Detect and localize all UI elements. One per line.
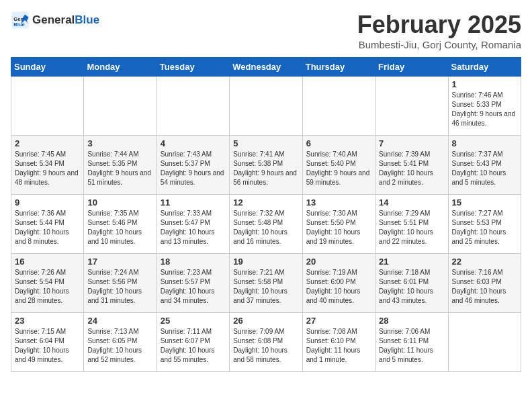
day-number: 27	[306, 316, 371, 326]
calendar-cell: 1Sunrise: 7:46 AM Sunset: 5:33 PM Daylig…	[448, 77, 521, 136]
day-number: 12	[233, 197, 298, 208]
svg-text:Blue: Blue	[13, 21, 25, 28]
weekday-header-row: SundayMondayTuesdayWednesdayThursdayFrid…	[11, 58, 521, 77]
weekday-header-monday: Monday	[84, 58, 157, 77]
calendar-cell: 2Sunrise: 7:45 AM Sunset: 5:34 PM Daylig…	[11, 136, 84, 195]
day-info: Sunrise: 7:29 AM Sunset: 5:51 PM Dayligh…	[379, 209, 444, 246]
day-info: Sunrise: 7:37 AM Sunset: 5:43 PM Dayligh…	[452, 150, 517, 187]
logo-text: GeneralBlue	[32, 13, 99, 27]
day-info: Sunrise: 7:30 AM Sunset: 5:50 PM Dayligh…	[306, 209, 371, 246]
day-number: 17	[87, 257, 152, 267]
calendar-cell: 9Sunrise: 7:36 AM Sunset: 5:44 PM Daylig…	[11, 195, 84, 254]
day-number: 28	[379, 316, 444, 326]
day-number: 6	[306, 138, 371, 148]
weekday-header-wednesday: Wednesday	[230, 58, 302, 77]
day-number: 19	[233, 257, 298, 267]
logo-icon: Gen Blue	[11, 11, 30, 30]
weekday-header-friday: Friday	[375, 58, 448, 77]
day-number: 21	[379, 257, 444, 267]
day-number: 5	[233, 138, 298, 148]
calendar-subtitle: Bumbesti-Jiu, Gorj County, Romania	[357, 39, 521, 50]
calendar-cell: 22Sunrise: 7:16 AM Sunset: 6:03 PM Dayli…	[448, 254, 521, 313]
weekday-header-saturday: Saturday	[448, 58, 521, 77]
calendar-cell	[375, 77, 448, 136]
calendar-title: February 2025	[357, 11, 521, 39]
calendar-cell	[157, 77, 229, 136]
day-info: Sunrise: 7:44 AM Sunset: 5:35 PM Dayligh…	[87, 150, 152, 187]
calendar-cell: 5Sunrise: 7:41 AM Sunset: 5:38 PM Daylig…	[230, 136, 302, 195]
week-row-4: 16Sunrise: 7:26 AM Sunset: 5:54 PM Dayli…	[11, 254, 521, 313]
calendar-cell: 11Sunrise: 7:33 AM Sunset: 5:47 PM Dayli…	[157, 195, 229, 254]
weekday-header-tuesday: Tuesday	[157, 58, 229, 77]
calendar-cell: 25Sunrise: 7:11 AM Sunset: 6:07 PM Dayli…	[157, 313, 229, 372]
weekday-header-thursday: Thursday	[302, 58, 375, 77]
calendar-cell: 3Sunrise: 7:44 AM Sunset: 5:35 PM Daylig…	[84, 136, 157, 195]
day-info: Sunrise: 7:23 AM Sunset: 5:57 PM Dayligh…	[161, 268, 226, 306]
week-row-2: 2Sunrise: 7:45 AM Sunset: 5:34 PM Daylig…	[11, 136, 521, 195]
header: Gen Blue GeneralBlue February 2025 Bumbe…	[11, 11, 521, 50]
day-number: 14	[379, 197, 444, 208]
day-number: 3	[87, 138, 152, 148]
day-info: Sunrise: 7:06 AM Sunset: 6:11 PM Dayligh…	[379, 327, 444, 365]
day-info: Sunrise: 7:08 AM Sunset: 6:10 PM Dayligh…	[306, 327, 371, 365]
calendar-cell: 24Sunrise: 7:13 AM Sunset: 6:05 PM Dayli…	[84, 313, 157, 372]
day-info: Sunrise: 7:18 AM Sunset: 6:01 PM Dayligh…	[379, 268, 444, 306]
calendar-cell: 10Sunrise: 7:35 AM Sunset: 5:46 PM Dayli…	[84, 195, 157, 254]
day-info: Sunrise: 7:13 AM Sunset: 6:05 PM Dayligh…	[87, 327, 152, 365]
calendar-table: SundayMondayTuesdayWednesdayThursdayFrid…	[11, 57, 521, 372]
day-info: Sunrise: 7:15 AM Sunset: 6:04 PM Dayligh…	[15, 327, 80, 365]
calendar-cell: 21Sunrise: 7:18 AM Sunset: 6:01 PM Dayli…	[375, 254, 448, 313]
day-number: 7	[379, 138, 444, 148]
week-row-5: 23Sunrise: 7:15 AM Sunset: 6:04 PM Dayli…	[11, 313, 521, 372]
calendar-cell: 26Sunrise: 7:09 AM Sunset: 6:08 PM Dayli…	[230, 313, 302, 372]
calendar-cell	[448, 313, 521, 372]
calendar-cell: 28Sunrise: 7:06 AM Sunset: 6:11 PM Dayli…	[375, 313, 448, 372]
day-info: Sunrise: 7:33 AM Sunset: 5:47 PM Dayligh…	[161, 209, 226, 246]
calendar-cell: 12Sunrise: 7:32 AM Sunset: 5:48 PM Dayli…	[230, 195, 302, 254]
calendar-cell	[302, 77, 375, 136]
day-info: Sunrise: 7:43 AM Sunset: 5:37 PM Dayligh…	[161, 150, 226, 187]
calendar-cell	[84, 77, 157, 136]
day-number: 4	[161, 138, 226, 148]
day-number: 20	[306, 257, 371, 267]
calendar-cell: 18Sunrise: 7:23 AM Sunset: 5:57 PM Dayli…	[157, 254, 229, 313]
calendar-cell: 23Sunrise: 7:15 AM Sunset: 6:04 PM Dayli…	[11, 313, 84, 372]
week-row-3: 9Sunrise: 7:36 AM Sunset: 5:44 PM Daylig…	[11, 195, 521, 254]
day-info: Sunrise: 7:32 AM Sunset: 5:48 PM Dayligh…	[233, 209, 298, 246]
day-number: 11	[161, 197, 226, 208]
weekday-header-sunday: Sunday	[11, 58, 84, 77]
day-number: 22	[452, 257, 517, 267]
calendar-cell	[11, 77, 84, 136]
day-info: Sunrise: 7:21 AM Sunset: 5:58 PM Dayligh…	[233, 268, 298, 306]
day-number: 26	[233, 316, 298, 326]
calendar-cell: 17Sunrise: 7:24 AM Sunset: 5:56 PM Dayli…	[84, 254, 157, 313]
calendar-cell: 19Sunrise: 7:21 AM Sunset: 5:58 PM Dayli…	[230, 254, 302, 313]
day-info: Sunrise: 7:24 AM Sunset: 5:56 PM Dayligh…	[87, 268, 152, 306]
calendar-cell: 20Sunrise: 7:19 AM Sunset: 6:00 PM Dayli…	[302, 254, 375, 313]
day-info: Sunrise: 7:19 AM Sunset: 6:00 PM Dayligh…	[306, 268, 371, 306]
day-info: Sunrise: 7:45 AM Sunset: 5:34 PM Dayligh…	[15, 150, 80, 187]
day-number: 8	[452, 138, 517, 148]
day-info: Sunrise: 7:36 AM Sunset: 5:44 PM Dayligh…	[15, 209, 80, 246]
calendar-cell: 16Sunrise: 7:26 AM Sunset: 5:54 PM Dayli…	[11, 254, 84, 313]
calendar-cell: 6Sunrise: 7:40 AM Sunset: 5:40 PM Daylig…	[302, 136, 375, 195]
calendar-cell: 8Sunrise: 7:37 AM Sunset: 5:43 PM Daylig…	[448, 136, 521, 195]
day-info: Sunrise: 7:46 AM Sunset: 5:33 PM Dayligh…	[452, 91, 517, 128]
day-number: 25	[161, 316, 226, 326]
calendar-cell	[230, 77, 302, 136]
day-info: Sunrise: 7:40 AM Sunset: 5:40 PM Dayligh…	[306, 150, 371, 187]
day-info: Sunrise: 7:39 AM Sunset: 5:41 PM Dayligh…	[379, 150, 444, 187]
day-number: 9	[15, 197, 80, 208]
day-info: Sunrise: 7:11 AM Sunset: 6:07 PM Dayligh…	[161, 327, 226, 365]
day-info: Sunrise: 7:16 AM Sunset: 6:03 PM Dayligh…	[452, 268, 517, 306]
calendar-cell: 15Sunrise: 7:27 AM Sunset: 5:53 PM Dayli…	[448, 195, 521, 254]
day-number: 18	[161, 257, 226, 267]
day-number: 24	[87, 316, 152, 326]
day-info: Sunrise: 7:09 AM Sunset: 6:08 PM Dayligh…	[233, 327, 298, 365]
title-area: February 2025 Bumbesti-Jiu, Gorj County,…	[357, 11, 521, 50]
day-info: Sunrise: 7:26 AM Sunset: 5:54 PM Dayligh…	[15, 268, 80, 306]
day-info: Sunrise: 7:35 AM Sunset: 5:46 PM Dayligh…	[87, 209, 152, 246]
day-number: 10	[87, 197, 152, 208]
logo: Gen Blue GeneralBlue	[11, 11, 99, 30]
day-number: 23	[15, 316, 80, 326]
